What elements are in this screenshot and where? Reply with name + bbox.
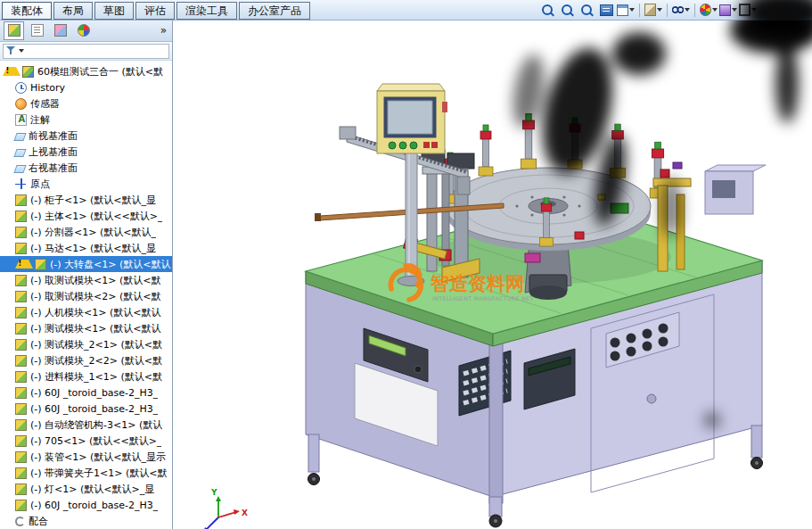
tree-item[interactable]: 原点 xyxy=(0,176,172,192)
ribbon-tab-bar: 装配体布局草图评估渲染工具办公室产品 xyxy=(0,0,812,21)
tree-item[interactable]: (-) 测试模块<1> (默认<默认 xyxy=(0,320,172,336)
tree-item[interactable]: (-) 60J _toroid_base-2_H3_ xyxy=(0,401,172,417)
view-settings-icon xyxy=(739,4,750,16)
tree-item-label: (-) 主体<1> (默认<<默认>_ xyxy=(30,210,162,223)
view-orientation-icon[interactable] xyxy=(597,2,615,19)
tree-item[interactable]: History xyxy=(0,79,172,95)
ribbon-tab[interactable]: 渲染工具 xyxy=(176,2,237,20)
toolbar-separator xyxy=(667,4,668,17)
tree-item-label: (-) 大转盘<1> (默认<默认 xyxy=(50,258,171,271)
triad-x-label: X xyxy=(242,508,248,517)
tree-item[interactable]: 前视基准面 xyxy=(0,128,172,144)
tree-item[interactable]: 配合 xyxy=(0,513,172,529)
part-icon xyxy=(15,451,27,463)
tree-item[interactable]: (-) 取测试模块<2> (默认<默 xyxy=(0,288,172,304)
tree-item[interactable]: 60模组测试三合一 (默认<默 xyxy=(0,63,172,79)
zoom-to-area-icon xyxy=(562,4,572,15)
ribbon-tab[interactable]: 装配体 xyxy=(2,2,52,20)
tree-item-label: 配合 xyxy=(29,515,48,528)
assembly-3d-model[interactable]: 智造资料网 INTELLIGENT MANUFACTURE NET Y X Z xyxy=(172,20,812,529)
tree-item[interactable]: 上视基准面 xyxy=(0,144,172,160)
tree-item[interactable]: (-) 60J _toroid_base-2_H3_ xyxy=(0,384,172,401)
tree-item[interactable]: (-) 人机模块<1> (默认<默认 xyxy=(0,304,172,320)
tree-item-label: 上视基准面 xyxy=(29,145,78,159)
tree-item-label: 前视基准面 xyxy=(29,129,78,143)
part-icon xyxy=(35,259,46,270)
chevron-down-icon xyxy=(751,8,757,12)
ribbon-tab[interactable]: 办公室产品 xyxy=(239,2,310,20)
tree-item-label: (-) 测试模块_2<2> (默认<默 xyxy=(30,354,162,368)
tree-item[interactable]: (-) 测试模块_2<2> (默认<默 xyxy=(0,352,172,368)
tree-item-label: 注解 xyxy=(30,113,50,127)
part-icon xyxy=(15,307,27,318)
tree-item[interactable]: 右视基准面 xyxy=(0,160,172,176)
collapse-panel-button[interactable]: » xyxy=(160,25,168,36)
feature-manager-panel: » 60模组测试三合一 (默认<默 History 传感器 注解 前视基准面 上… xyxy=(0,20,173,529)
part-icon xyxy=(15,291,27,302)
section-view-icon[interactable] xyxy=(644,2,662,19)
tree-item[interactable]: (-) 带弹簧夹子1<1> (默认<默 xyxy=(0,465,172,481)
edit-appearance-icon[interactable] xyxy=(700,2,718,19)
tree-item[interactable]: (-) 马达<1> (默认<默认_显 xyxy=(0,240,172,256)
ribbon-tab[interactable]: 布局 xyxy=(53,2,93,20)
zoom-to-fit-icon[interactable] xyxy=(538,2,556,19)
machine-assembly[interactable] xyxy=(306,84,766,527)
tree-item[interactable]: (-) 主体<1> (默认<<默认>_ xyxy=(0,208,172,224)
sensor-icon xyxy=(15,98,27,110)
magnified-selection-icon[interactable] xyxy=(578,2,595,19)
tree-item[interactable]: (-) 705<1> (默认<<默认>_ xyxy=(0,433,172,449)
part-icon xyxy=(15,500,27,511)
tree-item[interactable]: (-) 取测试模块<1> (默认<默 xyxy=(0,272,172,288)
plane-icon xyxy=(13,149,26,157)
warning-icon xyxy=(3,67,21,76)
magnified-selection-icon xyxy=(581,4,592,15)
ribbon-tab[interactable]: 评估 xyxy=(135,2,175,20)
displaymanager-tab-icon[interactable] xyxy=(73,21,94,40)
featuremanager-tab-icon[interactable] xyxy=(4,21,24,40)
view-settings-icon[interactable] xyxy=(739,2,757,19)
mates-icon xyxy=(15,517,25,526)
assembly-icon xyxy=(22,66,34,78)
tree-item[interactable]: (-) 60J _toroid_base-2_H3_ xyxy=(0,497,172,513)
propertymanager-tab-icon[interactable] xyxy=(27,21,47,40)
graphics-viewport[interactable]: 智造资料网 INTELLIGENT MANUFACTURE NET Y X Z xyxy=(172,20,812,529)
edit-appearance-icon xyxy=(700,4,711,16)
tree-item[interactable]: (-) 大转盘<1> (默认<默认 xyxy=(0,256,172,272)
tree-filter-dropdown[interactable] xyxy=(3,44,169,59)
tree-item-label: (-) 测试模块_2<1> (默认<默 xyxy=(30,338,162,351)
tree-item[interactable]: (-) 分割器<1> (默认<默认_ xyxy=(0,224,172,240)
tree-item[interactable]: (-) 灯<1> (默认<默认>_显 xyxy=(0,481,172,497)
tree-item[interactable]: (-) 装管<1> (默认<默认_显示 xyxy=(0,449,172,465)
part-icon xyxy=(15,484,27,495)
tree-item-label: (-) 705<1> (默认<<默认>_ xyxy=(30,434,161,448)
toolbar-separator xyxy=(694,4,695,17)
tree-item[interactable]: (-) 测试模块_2<1> (默认<默 xyxy=(0,336,172,352)
chevron-down-icon xyxy=(657,8,662,12)
filter-icon xyxy=(6,46,15,55)
tree-item[interactable]: 传感器 xyxy=(0,95,172,112)
tree-item-label: (-) 装管<1> (默认<默认_显示 xyxy=(30,450,166,464)
previous-view-icon[interactable] xyxy=(617,2,635,19)
part-icon xyxy=(15,339,27,351)
tree-item-label: 原点 xyxy=(30,178,50,191)
tree-item[interactable]: 注解 xyxy=(0,112,172,128)
plane-icon xyxy=(13,165,26,173)
part-icon xyxy=(15,419,27,431)
watermark-title: 智造资料网 xyxy=(430,273,524,294)
tree-item-label: History xyxy=(30,82,65,94)
zoom-to-fit-icon xyxy=(542,4,553,15)
tree-item[interactable]: (-) 自动绕管机构-3<1> (默认 xyxy=(0,417,172,433)
part-icon xyxy=(15,403,27,415)
ribbon-tab[interactable]: 草图 xyxy=(94,2,134,20)
watermark-subtitle: INTELLIGENT MANUFACTURE NET xyxy=(432,295,534,302)
configurationmanager-tab-icon[interactable] xyxy=(50,21,70,40)
part-icon xyxy=(15,194,27,206)
tree-item-label: (-) 人机模块<1> (默认<默认 xyxy=(30,306,161,319)
tree-item[interactable]: (-) 柜子<1> (默认<默认_显 xyxy=(0,192,172,208)
hide-show-items-icon[interactable] xyxy=(672,2,690,19)
warning-icon xyxy=(15,260,33,269)
apply-scene-icon[interactable] xyxy=(719,2,737,19)
tree-item[interactable]: (-) 进料模块_1<1> (默认<默 xyxy=(0,368,172,384)
zoom-to-area-icon[interactable] xyxy=(558,2,576,19)
tree-item-label: 右视基准面 xyxy=(29,161,78,175)
